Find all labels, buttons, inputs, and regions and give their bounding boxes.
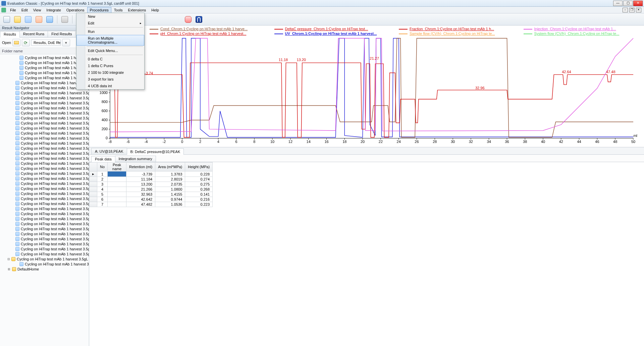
peak-col-header[interactable]: Area (ml*MPa) <box>155 162 185 171</box>
peak-row[interactable]: 532.9631.41550.141 <box>90 192 213 197</box>
legend-label[interactable]: Injection_Chrom.1:Cycling on HiTrap test… <box>534 27 616 31</box>
tree-folder[interactable]: ⊞DefaultHome <box>1 266 89 271</box>
legend-label[interactable]: Cond_Chrom.1:Cycling on HiTrap test mAb … <box>160 27 248 31</box>
row-handle[interactable] <box>90 202 97 207</box>
tree-result-item[interactable]: Cycling on HiTrap test mAb 1 harvest 3.5… <box>1 105 89 110</box>
refresh-button[interactable]: ⟳ <box>22 39 30 46</box>
menu-view[interactable]: View <box>31 7 44 13</box>
window-close-button[interactable]: ✕ <box>633 1 643 6</box>
tree-result-item[interactable]: Cycling on HiTrap test mAb 1 harvest 3.5… <box>1 221 89 226</box>
tree-result-item[interactable]: Cycling on HiTrap test mAb 1 harvest 3.5… <box>1 216 89 221</box>
menu-item-run[interactable]: Run <box>76 28 144 35</box>
tree-result-item[interactable]: Cycling on HiTrap test mAb 1 harvest 3.5… <box>1 60 89 65</box>
row-handle[interactable] <box>90 197 97 202</box>
tree-result-item[interactable]: Cycling on HiTrap test mAb 1 harvest 3.5… <box>1 120 89 126</box>
menu-edit[interactable]: Edit <box>19 7 31 13</box>
peak-cell-name[interactable] <box>108 202 126 207</box>
result-tree[interactable]: Cycling on HiTrap test mAb 1 harvest 3.5… <box>0 54 89 346</box>
legend-label[interactable]: pH_Chrom.1:Cycling on HiTrap test mAb 1 … <box>160 32 246 36</box>
row-handle[interactable] <box>90 187 97 192</box>
nav-tab-recent-runs[interactable]: Recent Runs <box>19 31 48 37</box>
tb-peak-icon[interactable] <box>194 15 204 24</box>
peak-row[interactable]: 642.6420.97440.216 <box>90 197 213 202</box>
tree-result-item[interactable]: Cycling on HiTrap test mAb 1 harvest 3.5… <box>1 70 89 75</box>
tree-result-item[interactable]: Cycling on HiTrap test mAb 1 harvest 3.5… <box>1 131 89 136</box>
peak-col-header[interactable]: No <box>97 162 108 171</box>
tree-result-item[interactable]: Cycling on HiTrap test mAb 1 harvest 3.5… <box>1 196 89 201</box>
menu-operations[interactable]: Operations <box>64 7 87 13</box>
tb-print-icon[interactable] <box>60 15 69 24</box>
row-handle[interactable] <box>90 182 97 187</box>
tree-result-item[interactable]: Cycling on HiTrap test mAb 1 harvest 3.5… <box>1 156 89 161</box>
peak-row[interactable]: 421.2661.08000.268 <box>90 187 213 192</box>
tree-result-item[interactable]: Cycling on HiTrap test mAb 1 harvest 3.5… <box>1 236 89 241</box>
tree-result-item[interactable]: Cycling on HiTrap test mAb 1 harvest 3.5… <box>1 166 89 171</box>
peak-subtab-peak-data[interactable]: Peak data <box>91 156 115 162</box>
tree-result-item[interactable]: Cycling on HiTrap test mAb 1 harvest 3.5… <box>1 146 89 151</box>
peak-cell-name[interactable] <box>108 192 126 197</box>
peak-cell-name[interactable] <box>108 187 126 192</box>
legend-label[interactable]: UV_Chrom.1:Cycling on HiTrap test mAb 1 … <box>285 32 377 36</box>
row-handle[interactable] <box>90 192 97 197</box>
menu-item-edit[interactable]: Edit▸ <box>76 20 144 27</box>
peak-panel-tab-a-uv-18-peak[interactable]: A: UV@18,PEAK <box>91 148 127 154</box>
legend-entry[interactable]: DeltaC pressure_Chrom.1:Cycling on HiTra… <box>274 27 391 31</box>
tree-result-item[interactable]: Cycling on HiTrap test mAb 1 harvest 3.5… <box>1 161 89 166</box>
nav-tab-find-results[interactable]: Find Results <box>48 31 75 37</box>
tree-result-item[interactable]: Cycling on HiTrap test mAb 1 harvest 3.5… <box>1 226 89 231</box>
tree-result-item[interactable]: Cycling on HiTrap test mAb 1 harvest 3.5… <box>1 181 89 186</box>
menu-integrate[interactable]: Integrate <box>44 7 63 13</box>
window-minimize-button[interactable]: — <box>613 1 623 6</box>
tb-new-star-icon[interactable] <box>13 15 22 24</box>
chromatogram-chart[interactable]: 0200400600800100012001400160018002000220… <box>89 36 644 147</box>
row-handle[interactable]: ▸ <box>90 171 97 177</box>
menu-item-edit-quick-menu[interactable]: Edit Quick Menu... <box>76 47 144 54</box>
tree-result-item[interactable]: Cycling on HiTrap test mAb 1 harvest 3.5… <box>1 246 89 251</box>
tree-result-item[interactable]: Cycling on HiTrap test mAb 1 harvest 3.5… <box>1 201 89 206</box>
mdi-restore-button[interactable]: ❐ <box>629 8 635 12</box>
open-folder-button[interactable] <box>12 39 20 46</box>
peak-col-header[interactable]: Peak name <box>108 162 126 171</box>
tree-result-item[interactable]: Cycling on HiTrap test mAb 1 harvest 3.5… <box>1 151 89 156</box>
legend-entry[interactable]: UV_Chrom.1:Cycling on HiTrap test mAb 1 … <box>274 32 391 36</box>
menu-item-new[interactable]: New <box>76 13 144 20</box>
tree-result-item[interactable]: Cycling on HiTrap test mAb 1 harvest 3.5… <box>1 100 89 105</box>
tree-result-item[interactable]: Cycling on HiTrap test mAb 1 harvest 3.5… <box>1 55 89 60</box>
results-type-dropdown[interactable]: Results, DoE Results <box>31 40 61 46</box>
tree-result-item[interactable]: Cycling on HiTrap test mAb 1 harvest 3.5… <box>1 90 89 95</box>
row-handle[interactable] <box>90 177 97 182</box>
menu-file[interactable]: File <box>7 7 19 13</box>
menu-item-1-delta-c-pures[interactable]: 1 delta C Pures <box>76 62 144 69</box>
menu-help[interactable]: Help <box>149 7 162 13</box>
tree-result-item[interactable]: Cycling on HiTrap test mAb 1 harvest 3.5… <box>1 65 89 70</box>
tb-chart-alt-icon[interactable] <box>34 15 44 24</box>
mdi-minimize-button[interactable]: – <box>623 8 628 12</box>
legend-entry[interactable]: Cond_Chrom.1:Cycling on HiTrap test mAb … <box>150 27 266 31</box>
nav-tab-results[interactable]: Results <box>0 31 20 38</box>
tb-save-icon[interactable] <box>45 15 54 24</box>
tb-chart-icon[interactable] <box>23 15 33 24</box>
menu-tools[interactable]: Tools <box>111 7 125 13</box>
tree-result-item[interactable]: Cycling on HiTrap test mAb 1 harvest 3.5… <box>1 211 89 216</box>
tb-thermometer-icon[interactable] <box>183 15 193 24</box>
menu-procedures[interactable]: Procedures <box>87 7 111 13</box>
tree-result-item[interactable]: Cycling on HiTrap test mAb 1 harvest 3.5… <box>1 241 89 246</box>
expand-icon[interactable]: ⊞ <box>7 267 11 271</box>
legend-entry[interactable]: Sample flow (CV/h)_Chrom.1:Cycling on Hi… <box>399 32 516 36</box>
peak-cell-name[interactable] <box>108 197 126 202</box>
peak-row[interactable]: 747.4821.05360.223 <box>90 202 213 207</box>
tree-result-item[interactable]: Cycling on HiTrap test mAb 1 harvest 3.5… <box>1 231 89 236</box>
legend-label[interactable]: Sample flow (CV/h)_Chrom.1:Cycling on Hi… <box>410 32 495 36</box>
menu-item-3-export-for-lars[interactable]: 3 export for lars <box>76 76 144 83</box>
menu-extensions[interactable]: Extensions <box>125 7 149 13</box>
legend-entry[interactable]: Injection_Chrom.1:Cycling on HiTrap test… <box>524 27 640 31</box>
menu-item-0-delta-c[interactable]: 0 delta C <box>76 56 144 62</box>
tree-result-item[interactable]: Cycling on HiTrap test mAb 1 harvest 3.5… <box>1 261 89 266</box>
tree-result-item[interactable]: Cycling on HiTrap test mAb 1 harvest 3.5… <box>1 176 89 181</box>
peak-col-header[interactable]: Retention (ml) <box>126 162 155 171</box>
peak-table[interactable]: NoPeak nameRetention (ml)Area (ml*MPa)He… <box>89 162 213 207</box>
tree-result-item[interactable]: Cycling on HiTrap test mAb 1 harvest 3.5… <box>1 75 89 80</box>
legend-label[interactable]: System flow (CV/h)_Chrom.1:Cycling on Hi… <box>534 32 620 36</box>
tree-result-item[interactable]: Cycling on HiTrap test mAb 1 harvest 3.5… <box>1 136 89 141</box>
tree-result-item[interactable]: Cycling on HiTrap test mAb 1 harvest 3.5… <box>1 95 89 100</box>
